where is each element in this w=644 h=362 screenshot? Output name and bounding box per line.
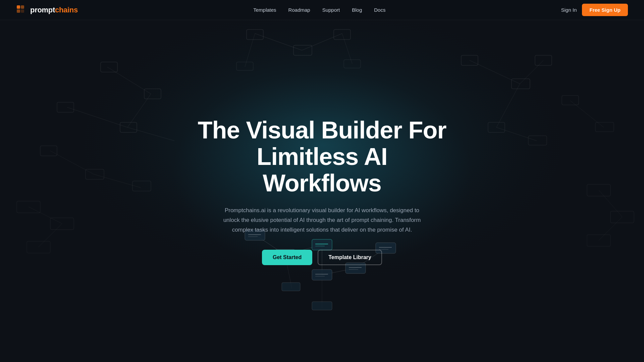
nav-links: Templates Roadmap Support Blog Docs	[253, 7, 385, 13]
hero-subtitle: Promptchains.ai is a revolutionary visua…	[218, 206, 426, 235]
logo-text: promptchains	[30, 6, 78, 14]
svg-rect-3	[21, 9, 24, 13]
svg-line-19	[570, 101, 604, 127]
svg-rect-40	[512, 79, 530, 89]
svg-line-16	[520, 60, 543, 84]
signin-button[interactable]: Sign In	[561, 7, 577, 13]
nav-link-docs[interactable]: Docs	[374, 7, 385, 13]
svg-rect-39	[461, 55, 478, 65]
svg-rect-53	[312, 302, 332, 310]
template-library-button[interactable]: Template Library	[318, 250, 382, 265]
free-signup-button[interactable]: Free Sign Up	[582, 4, 628, 16]
svg-rect-66	[17, 201, 40, 213]
svg-rect-41	[535, 55, 552, 65]
nav-actions: Sign In Free Sign Up	[561, 4, 628, 16]
svg-line-9	[50, 151, 94, 174]
svg-rect-32	[86, 169, 104, 179]
svg-rect-67	[50, 218, 74, 230]
svg-line-74	[599, 190, 622, 217]
svg-rect-44	[562, 96, 579, 105]
svg-line-8	[127, 127, 174, 141]
svg-rect-38	[344, 60, 361, 68]
get-started-button[interactable]: Get Started	[262, 250, 312, 265]
svg-rect-70	[610, 211, 634, 223]
svg-rect-69	[587, 184, 610, 196]
hero-cta: Get Started Template Library	[196, 250, 448, 265]
svg-rect-43	[528, 136, 547, 145]
svg-line-11	[255, 34, 302, 50]
svg-rect-49	[312, 269, 332, 280]
svg-line-13	[245, 34, 255, 67]
svg-rect-0	[17, 5, 20, 9]
svg-rect-33	[132, 181, 151, 191]
svg-rect-1	[21, 5, 24, 9]
svg-line-72	[29, 207, 62, 224]
nav-link-roadmap[interactable]: Roadmap	[288, 7, 310, 13]
svg-rect-68	[27, 241, 50, 253]
svg-rect-28	[144, 89, 161, 99]
hero-title: The Visual Builder For Limitless AI Work…	[196, 117, 448, 197]
logo-icon	[16, 5, 27, 15]
nav-link-blog[interactable]: Blog	[352, 7, 362, 13]
svg-line-15	[470, 60, 520, 84]
svg-line-6	[127, 94, 151, 127]
svg-rect-37	[236, 62, 253, 70]
svg-line-73	[39, 224, 62, 247]
svg-rect-35	[293, 45, 312, 55]
svg-rect-34	[247, 29, 263, 40]
svg-rect-52	[282, 283, 300, 291]
svg-rect-2	[17, 9, 20, 13]
svg-rect-27	[101, 62, 117, 72]
svg-rect-36	[334, 29, 351, 40]
svg-rect-29	[120, 122, 137, 132]
nav-link-support[interactable]: Support	[322, 7, 340, 13]
svg-line-75	[599, 217, 622, 240]
svg-rect-42	[488, 122, 505, 132]
svg-line-14	[342, 34, 352, 64]
svg-line-7	[67, 107, 127, 127]
svg-rect-30	[57, 102, 74, 112]
svg-line-23	[322, 268, 356, 275]
svg-line-10	[94, 174, 141, 188]
svg-rect-31	[40, 146, 57, 156]
hero-content: The Visual Builder For Limitless AI Work…	[188, 117, 456, 265]
logo[interactable]: promptchains	[16, 5, 78, 15]
svg-line-18	[496, 127, 537, 141]
navbar: promptchains Templates Roadmap Support B…	[0, 0, 644, 20]
nav-link-templates[interactable]: Templates	[253, 7, 276, 13]
svg-rect-71	[587, 235, 610, 246]
svg-rect-45	[595, 122, 614, 132]
svg-line-12	[302, 34, 342, 50]
svg-line-5	[107, 67, 151, 94]
hero-section: The Visual Builder For Limitless AI Work…	[0, 0, 644, 362]
svg-line-17	[496, 84, 520, 127]
